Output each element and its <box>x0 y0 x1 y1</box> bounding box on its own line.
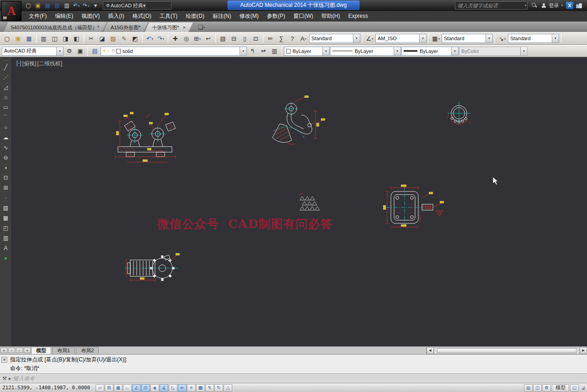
save-button[interactable]: ▦ <box>43 1 52 10</box>
ellipse-arc-button[interactable]: ◖ <box>1 163 11 173</box>
menu-view[interactable]: 视图(V) <box>77 11 104 21</box>
3d-dwf-button[interactable]: ◧ <box>71 33 82 43</box>
text-style-button[interactable]: A▾ <box>298 33 309 43</box>
workspace-settings-button[interactable]: ⚙ <box>64 46 75 56</box>
menu-file[interactable]: 文件(F) <box>25 11 51 21</box>
construction-line-button[interactable]: ⋰ <box>1 72 11 82</box>
flyout-arrow-icon[interactable]: ▾ <box>152 37 153 40</box>
layout-tab-布局1[interactable]: 布局1 <box>52 347 75 354</box>
spline-button[interactable]: ∿ <box>1 143 11 153</box>
sign-in-button[interactable]: 登录 ▾ <box>549 2 564 9</box>
workspace-combo[interactable]: AutoCAD 经典 ▾ <box>2 47 64 56</box>
next-layout-button[interactable]: › <box>16 348 23 353</box>
menu-help[interactable]: 帮助(H) <box>317 11 344 21</box>
arc-button[interactable]: ⌒ <box>1 112 11 122</box>
wrench-icon[interactable]: ⚒ <box>2 376 7 381</box>
revision-cloud-button[interactable]: ☁ <box>1 132 11 143</box>
lineweight-combo[interactable]: ByLayer ▾ <box>401 47 459 56</box>
menu-draw[interactable]: 绘图(D) <box>181 11 208 21</box>
flyout-arrow-icon[interactable]: ▾ <box>372 37 373 40</box>
dynamic-input-button[interactable]: ⊳ <box>178 384 187 392</box>
table-button[interactable]: ▥ <box>1 233 11 243</box>
open-button[interactable]: ▣ <box>33 1 43 10</box>
flyout-arrow-icon[interactable]: ▾ <box>305 37 306 40</box>
menu-window[interactable]: 窗口(W) <box>289 11 317 21</box>
zoom-window-button[interactable]: ⊞▾ <box>192 33 203 43</box>
drawing-canvas[interactable]: [-] [俯视] [二维线框] 微信公众号 CAD制图有问必答 <box>12 57 587 346</box>
plot-button[interactable]: ▥ <box>62 1 71 10</box>
dynamic-ucs-button[interactable]: ◺ <box>169 384 177 392</box>
tab-overflow-button[interactable]: ❏▾ <box>196 22 207 32</box>
linetype-combo[interactable]: ByLayer ▾ <box>330 47 401 56</box>
first-layout-button[interactable]: « <box>0 348 7 353</box>
toolbar-grip[interactable] <box>3 58 9 60</box>
menu-express[interactable]: Express <box>344 11 372 21</box>
workspace-switching-button[interactable]: ⚙ <box>542 384 551 392</box>
color-combo[interactable]: ByLayer ▾ <box>284 47 330 56</box>
horizontal-scrollbar[interactable]: ◀ ▶ <box>426 347 587 354</box>
markup-set-manager-button[interactable]: ✏ <box>265 33 276 43</box>
snap-mode-button[interactable]: ⊞ <box>105 384 113 392</box>
dim-style-combo[interactable]: AM_ISO▾ <box>375 34 427 43</box>
chevron-down-icon[interactable]: ▾ <box>394 47 400 55</box>
make-block-button[interactable]: ⊞ <box>1 183 11 193</box>
lineweight-display-button[interactable]: ≡ <box>187 384 196 392</box>
layer-previous-button[interactable]: ↫ <box>258 46 269 56</box>
menu-modify[interactable]: 修改(M) <box>235 11 263 21</box>
polygon-button[interactable]: ⌂ <box>1 92 11 102</box>
model-space-button[interactable]: 模型 <box>552 384 569 392</box>
drawing-bracket-part[interactable] <box>118 121 176 157</box>
zoom-previous-button[interactable]: ↩ <box>203 33 213 43</box>
chevron-down-icon[interactable]: ▾ <box>143 3 146 9</box>
clean-screen-button[interactable]: ◱ <box>570 384 579 392</box>
app-logo[interactable]: A M <box>1 1 21 21</box>
viewport-menu-control[interactable]: [-] <box>16 60 21 68</box>
tool-palettes-button[interactable]: ▯ <box>240 33 250 43</box>
layer-properties-manager-button[interactable]: ▤ <box>90 46 100 56</box>
flyout-arrow-icon[interactable]: ▾ <box>78 4 80 7</box>
ortho-mode-button[interactable]: ∟ <box>123 384 132 392</box>
scrollbar-thumb[interactable] <box>437 348 576 353</box>
recent-commands-arrow-icon[interactable]: ▸ <box>9 376 11 381</box>
object-snap-tracking-button[interactable]: ∡ <box>160 384 168 392</box>
chevron-down-icon[interactable]: ▾ <box>240 47 246 55</box>
quick-properties-button[interactable]: ↯ <box>205 384 214 392</box>
dim-style-button[interactable]: ∠▾ <box>364 33 375 43</box>
help-button[interactable]: ? <box>287 33 298 43</box>
undo-button[interactable]: ↶▾ <box>72 1 81 10</box>
prev-layout-button[interactable]: ‹ <box>8 348 15 353</box>
menu-parametric[interactable]: 参数(P) <box>263 11 289 21</box>
selection-cycling-button[interactable]: ↻ <box>214 384 223 392</box>
cut-button[interactable]: ✂ <box>86 33 96 43</box>
multiline-text-button[interactable]: A <box>1 243 11 253</box>
polar-tracking-button[interactable]: ∠ <box>132 384 141 392</box>
line-button[interactable]: ╱ <box>1 62 11 72</box>
table-style-button[interactable]: ▦▾ <box>431 33 441 43</box>
qat-workspace-combo[interactable]: ⚙ AutoCAD 经典 ▾ <box>103 1 171 10</box>
plot-preview-button[interactable]: ◫ <box>49 33 60 43</box>
scroll-left-icon[interactable]: ◀ <box>427 347 434 354</box>
publish-button[interactable]: ◨ <box>60 33 71 43</box>
menu-format[interactable]: 格式(O) <box>128 11 155 21</box>
exchange-apps-icon[interactable]: X <box>566 2 573 9</box>
last-layout-button[interactable]: » <box>24 348 31 353</box>
menu-insert[interactable]: 插入(I) <box>104 11 128 21</box>
text-style-combo[interactable]: Standard▾ <box>309 34 360 43</box>
insert-block-button[interactable]: ⊡ <box>1 173 11 183</box>
flyout-arrow-icon[interactable]: ▾ <box>88 4 89 7</box>
chevron-down-icon[interactable]: ▾ <box>353 34 360 42</box>
visual-style-control[interactable]: [二维线框] <box>37 60 62 68</box>
polyline-button[interactable]: ◿ <box>1 82 11 92</box>
qnew-button[interactable]: ▢ <box>2 33 12 43</box>
communication-center-icon[interactable] <box>576 3 582 8</box>
drawing-rocker-part[interactable] <box>272 103 312 143</box>
make-object-layer-current-button[interactable]: ↰ <box>247 46 258 56</box>
layout-tab-模型[interactable]: 模型 <box>31 347 51 354</box>
paste-button[interactable]: ▨ <box>108 33 118 43</box>
block-editor-button[interactable]: ◩ <box>130 33 140 43</box>
chevron-down-icon[interactable]: ▾ <box>419 34 426 42</box>
copy-button[interactable]: ◪ <box>97 33 107 43</box>
circle-button[interactable]: ○ <box>1 122 11 132</box>
flyout-arrow-icon[interactable]: ▾ <box>438 37 440 40</box>
match-properties-button[interactable]: ✎ <box>119 33 129 43</box>
